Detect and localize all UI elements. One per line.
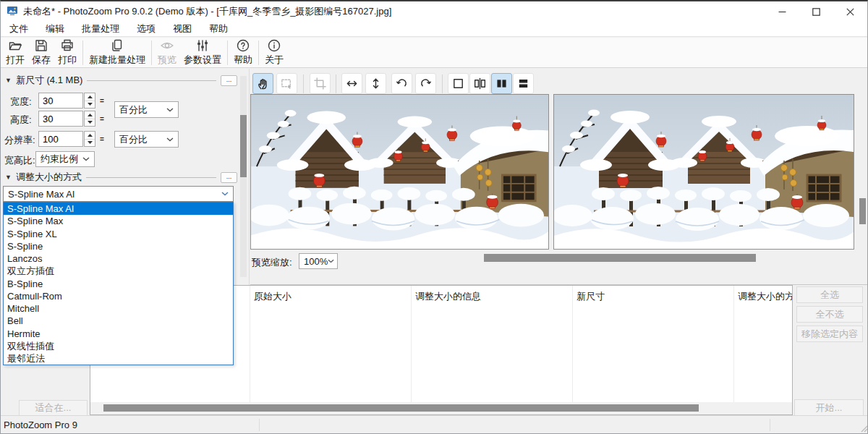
preview-button[interactable]: 预览 [154, 38, 180, 67]
dropdown-option[interactable]: S-Spline XL [4, 228, 233, 240]
unit-value: 百分比 [119, 133, 148, 146]
crop-tool-button[interactable] [310, 73, 331, 94]
width-stepper[interactable] [84, 93, 95, 109]
marquee-select-tool-button[interactable] [276, 73, 297, 94]
stepper-up-icon[interactable] [85, 111, 95, 119]
dropdown-option[interactable]: Lanczos [4, 252, 233, 265]
pan-tool-button[interactable] [252, 73, 273, 94]
resize-method-select[interactable]: S-Spline Max AI [3, 186, 234, 202]
floppy-icon [34, 38, 48, 53]
dual-view-button[interactable] [491, 73, 512, 94]
stepper-down-icon[interactable] [85, 140, 95, 147]
preview-vertical-scrollbar-thumb[interactable] [859, 198, 866, 224]
rotate-cw-button[interactable] [415, 73, 436, 94]
main-toolbar: 打开 保存 打印 新建批量处理 预览 参数设置 帮助 [1, 38, 867, 68]
dropdown-option[interactable]: Hermite [4, 328, 233, 340]
open-button[interactable]: 打开 [2, 38, 28, 67]
settings-button[interactable]: 参数设置 [180, 38, 225, 67]
remove-selected-button[interactable]: 移除选定内容 [796, 326, 863, 342]
stepper-down-icon[interactable] [85, 119, 95, 127]
help-button[interactable]: 帮助 [230, 38, 256, 67]
flip-horizontal-button[interactable] [341, 73, 362, 94]
aspect-value: 约束比例 [41, 153, 78, 166]
resize-method-more-button[interactable]: ... [221, 172, 237, 183]
print-button[interactable]: 打印 [54, 38, 80, 67]
dropdown-option[interactable]: B-Spline [4, 278, 233, 290]
dropdown-option[interactable]: 最邻近法 [4, 352, 233, 365]
table-horizontal-scrollbar-thumb[interactable] [103, 404, 699, 412]
tool-separator [442, 75, 443, 93]
tool-separator [336, 75, 336, 93]
column-header-resize-info[interactable]: 调整大小的信息 [415, 290, 481, 303]
select-none-button[interactable]: 全不选 [796, 306, 863, 323]
original-preview-image[interactable] [250, 94, 549, 250]
section-rule [87, 80, 216, 81]
question-icon [236, 38, 250, 53]
horizontal-view-button[interactable] [513, 73, 534, 94]
chevron-down-icon [166, 137, 174, 142]
preview-zoom-select[interactable]: 100% [299, 253, 338, 269]
new-batch-label: 新建批量处理 [89, 54, 145, 67]
resize-method-section-header: ▼ 调整大小的方式 ... [5, 171, 237, 183]
resize-grip[interactable] [859, 424, 868, 433]
resolution-unit-select[interactable]: 百分比 [114, 131, 179, 148]
rotate-ccw-button[interactable] [391, 73, 412, 94]
menu-view[interactable]: 视图 [164, 21, 200, 37]
selection-marquee-icon [280, 77, 294, 90]
new-batch-button[interactable]: 新建批量处理 [85, 38, 149, 67]
stepper-up-icon[interactable] [85, 132, 95, 140]
column-header-original-size[interactable]: 原始大小 [254, 290, 292, 303]
preview-area: 预览缩放: 100% [250, 69, 868, 285]
width-height-unit-select[interactable]: 百分比 [114, 101, 179, 118]
resized-preview-image[interactable] [553, 94, 854, 250]
dropdown-option[interactable]: Mitchell [4, 302, 233, 315]
collapse-triangle-icon[interactable]: ▼ [5, 174, 12, 181]
dropdown-option[interactable]: 双线性插值 [4, 340, 233, 352]
dropdown-option[interactable]: Bell [4, 315, 233, 327]
toolbar-separator [258, 41, 259, 65]
dropdown-option[interactable]: S-Spline Max AI [4, 203, 233, 215]
resolution-input[interactable] [38, 131, 83, 147]
flip-vertical-button[interactable] [365, 73, 386, 94]
crop-icon [313, 77, 327, 90]
single-view-button[interactable] [448, 73, 469, 94]
select-all-button[interactable]: 全选 [796, 286, 863, 303]
menu-options[interactable]: 选项 [128, 21, 164, 37]
menu-edit[interactable]: 编辑 [37, 21, 73, 37]
column-header-new-size[interactable]: 新尺寸 [576, 290, 605, 303]
split-view-button[interactable] [469, 73, 490, 94]
dropdown-option[interactable]: Catmull-Rom [4, 290, 233, 302]
menu-batch[interactable]: 批量处理 [73, 21, 128, 37]
stepper-up-icon[interactable] [85, 93, 95, 101]
maximize-button[interactable] [799, 1, 833, 22]
new-size-section-header: ▼ 新尺寸 (4.1 MB) ... [5, 75, 237, 86]
preview-horizontal-scrollbar-thumb[interactable] [484, 254, 756, 262]
dropdown-option[interactable]: S-Spline [4, 240, 233, 252]
resolution-stepper[interactable] [84, 131, 95, 147]
height-stepper[interactable] [84, 111, 95, 127]
menu-help[interactable]: 帮助 [200, 21, 237, 37]
open-label: 打开 [6, 54, 25, 67]
save-label: 保存 [32, 54, 51, 67]
minimize-button[interactable] [765, 1, 799, 22]
table-horizontal-scrollbar[interactable] [90, 402, 792, 414]
photozoom-window: 未命名* - PhotoZoom Pro 9.0.2 (Demo 版本) - [… [0, 0, 868, 434]
close-button[interactable] [833, 1, 867, 22]
collapse-triangle-icon[interactable]: ▼ [5, 77, 12, 84]
chevron-down-icon [166, 108, 174, 112]
dropdown-option[interactable]: 双立方插值 [4, 265, 233, 277]
save-button[interactable]: 保存 [28, 38, 54, 67]
new-size-more-button[interactable]: ... [221, 75, 237, 86]
panel-scrollbar-thumb[interactable] [240, 115, 247, 177]
dropdown-option[interactable]: S-Spline Max [4, 215, 233, 227]
aspect-ratio-select[interactable]: 约束比例 [35, 151, 95, 167]
width-input[interactable] [38, 93, 83, 109]
column-header-resize-method[interactable]: 调整大小的方式 [738, 290, 793, 303]
stepper-down-icon[interactable] [85, 101, 95, 109]
fit-in-button[interactable]: 适合在... [19, 400, 88, 416]
start-button[interactable]: 开始... [794, 399, 864, 416]
panel-scrollbar[interactable] [240, 76, 247, 277]
height-input[interactable] [38, 111, 83, 127]
menu-file[interactable]: 文件 [1, 21, 37, 37]
about-button[interactable]: 关于 [261, 38, 287, 67]
